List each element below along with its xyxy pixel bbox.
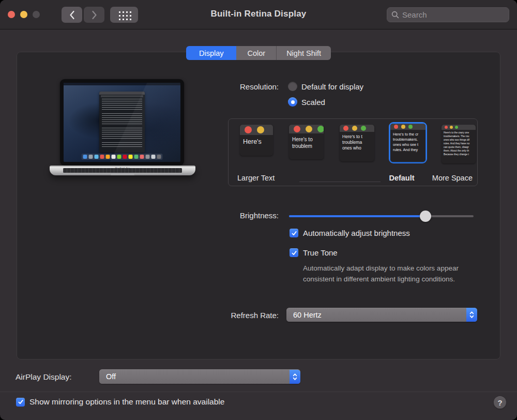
chevron-right-icon: [92, 10, 97, 20]
search-field[interactable]: [387, 7, 509, 22]
macbook-keyboard: [63, 168, 182, 173]
thumbnail-text: Here's totroublem: [289, 133, 324, 149]
dock-app-icon: [117, 155, 121, 159]
refresh-rate-popup[interactable]: 60 Hertz: [286, 308, 477, 322]
display-panel: MacBook Pro Resolution: Default for disp…: [17, 52, 500, 359]
dock-app-icon: [134, 155, 139, 159]
dock-app-icon: [129, 155, 133, 159]
up-down-chevrons-icon: [469, 310, 475, 319]
chevron-left-icon: [69, 10, 75, 20]
radio-button[interactable]: [288, 97, 297, 107]
dock-app-icon: [157, 155, 161, 159]
scaled-options-group: Here'sHere's totroublemHere's to ttroubl…: [228, 118, 478, 186]
traffic-light-dot: [352, 126, 357, 131]
macbook-text-window: [99, 92, 145, 153]
dock-app-icon: [106, 155, 110, 159]
tab-bar: DisplayColorNight Shift: [0, 46, 517, 60]
dock-app-icon: [112, 155, 116, 159]
airplay-display-popup[interactable]: Off: [99, 369, 300, 384]
bottom-divider: [0, 392, 517, 392]
dock-app-icon: [140, 155, 144, 159]
back-button[interactable]: [62, 7, 82, 23]
up-down-chevrons-icon: [292, 372, 298, 381]
checkmark-icon: [291, 230, 297, 236]
dock-app-icon: [95, 155, 99, 159]
dock-app-icon: [146, 155, 150, 159]
thumbnail-window-preview: Here's to the crazy onetroublemakers. Th…: [442, 125, 476, 163]
brightness-label: Brightness:: [151, 211, 279, 220]
traffic-light-dot: [245, 126, 252, 133]
true-tone-checkbox-row[interactable]: True Tone: [290, 248, 338, 257]
mirroring-label: Show mirroring options in the menu bar w…: [29, 397, 224, 407]
auto-brightness-checkbox[interactable]: [290, 229, 298, 237]
thumbnail-window-preview: Here's to the crtroublemakers.ones who s…: [390, 124, 425, 162]
macbook-wallpaper: [64, 83, 180, 162]
mirroring-checkbox-row[interactable]: Show mirroring options in the menu bar w…: [16, 397, 224, 407]
macbook-illustration: MacBook Pro: [17, 52, 234, 207]
thumbnail-text: Here's to the crtroublemakers.ones who s…: [390, 130, 425, 152]
content-area: DisplayColorNight Shift MacBook Pro: [0, 29, 517, 420]
resolution-thumbnail-larger-2[interactable]: Here's totroublem: [287, 123, 325, 161]
caption-default: Default: [382, 174, 421, 182]
search-input[interactable]: [402, 10, 505, 19]
resolution-thumbnail-larger-text[interactable]: Here's: [238, 123, 275, 157]
resolution-thumbnail-larger-1[interactable]: Here's to ttroublemaones who: [338, 123, 376, 163]
true-tone-checkbox[interactable]: [290, 248, 298, 257]
dock-app-icon: [89, 155, 93, 159]
traffic-light-dot: [408, 125, 413, 129]
traffic-light-dot: [361, 126, 366, 131]
traffic-light-dot: [343, 126, 348, 131]
brightness-knob[interactable]: [420, 211, 431, 222]
traffic-light-dot: [445, 126, 448, 129]
auto-brightness-label: Automatically adjust brightness: [303, 229, 410, 237]
traffic-light-dot: [401, 125, 405, 129]
traffic-light-dot: [394, 125, 398, 129]
grid-icon: [117, 10, 131, 20]
help-button[interactable]: ?: [494, 396, 506, 409]
thumbnail-text: Here's to the crazy onetroublemakers. Th…: [442, 130, 476, 157]
radio-default-for-display[interactable]: Default for display: [288, 81, 363, 92]
resolution-radio-group: Default for displayScaled: [288, 81, 363, 112]
airplay-display-label: AirPlay Display:: [16, 372, 72, 382]
thumbnail-text: Here's: [240, 135, 273, 146]
system-preferences-window: Built-in Retina Display DisplayColorNigh…: [0, 0, 517, 420]
show-all-preferences-button[interactable]: [110, 7, 138, 23]
thumbnail-window-preview: Here's totroublem: [289, 125, 324, 159]
checkmark-icon: [18, 399, 24, 405]
help-question-mark: ?: [497, 398, 502, 407]
dock-app-icon: [151, 155, 156, 159]
traffic-light-dot: [257, 126, 264, 133]
search-icon: [391, 11, 399, 19]
traffic-light-dot: [455, 126, 458, 129]
tab-display[interactable]: Display: [186, 46, 237, 60]
traffic-light-dot: [306, 126, 312, 132]
traffic-light-dot: [317, 126, 324, 132]
minimize-button[interactable]: [20, 11, 27, 18]
caption-divider-line: [299, 182, 381, 182]
resolution-thumbnail-more-space[interactable]: Here's to the crazy onetroublemakers. Th…: [440, 123, 477, 165]
thumbnail-window-preview: Here's: [240, 125, 273, 156]
zoom-button[interactable]: [33, 11, 40, 18]
refresh-rate-value: 60 Hertz: [286, 311, 466, 319]
true-tone-description: Automatically adapt display to make colo…: [303, 263, 489, 285]
thumbnail-window-preview: Here's to ttroublemaones who: [340, 125, 374, 161]
auto-brightness-checkbox-row[interactable]: Automatically adjust brightness: [290, 229, 410, 237]
radio-scaled[interactable]: Scaled: [288, 97, 363, 107]
dock-app-icon: [100, 155, 104, 159]
tab-night-shift[interactable]: Night Shift: [277, 46, 331, 60]
resolution-thumbnail-default[interactable]: Here's to the crtroublemakers.ones who s…: [389, 122, 427, 163]
true-tone-label: True Tone: [303, 248, 338, 257]
traffic-light-dot: [450, 126, 453, 129]
tab-color[interactable]: Color: [236, 46, 277, 60]
brightness-slider[interactable]: [289, 211, 474, 222]
macbook-dock: [82, 154, 163, 160]
traffic-light-dot: [294, 126, 300, 132]
forward-button[interactable]: [84, 7, 104, 23]
close-button[interactable]: [8, 11, 15, 18]
dock-app-icon: [123, 155, 127, 159]
radio-button[interactable]: [288, 82, 297, 91]
refresh-rate-label: Refresh Rate:: [151, 311, 279, 320]
popup-stepper-cap: [466, 308, 477, 322]
checkmark-icon: [291, 250, 297, 256]
mirroring-checkbox[interactable]: [16, 398, 25, 407]
